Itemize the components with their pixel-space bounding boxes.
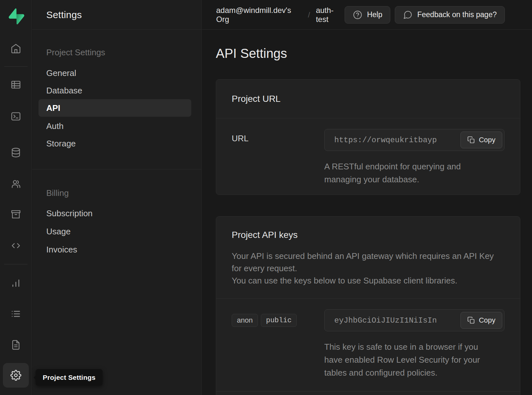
project-url-input-wrap: Copy — [324, 129, 504, 151]
breadcrumb-project[interactable]: auth-test — [316, 6, 345, 24]
reports-chart-icon[interactable] — [8, 275, 24, 291]
sidebar-item-database[interactable]: Database — [39, 82, 191, 99]
logs-list-icon[interactable] — [8, 306, 24, 322]
speech-bubble-icon — [403, 10, 413, 20]
sidebar-title: Settings — [46, 9, 82, 20]
copy-url-button[interactable]: Copy — [460, 132, 502, 148]
table-editor-icon[interactable] — [8, 77, 24, 92]
copy-icon — [467, 136, 475, 144]
breadcrumb-org[interactable]: adam@windmill.dev's Org — [216, 6, 302, 24]
sidebar-item-storage[interactable]: Storage — [39, 135, 191, 152]
auth-users-icon[interactable] — [8, 176, 24, 192]
public-badge: public — [261, 314, 297, 327]
anon-key-input[interactable] — [325, 316, 454, 325]
project-settings-gear-icon[interactable] — [3, 363, 29, 388]
copy-icon — [467, 316, 475, 324]
page-title: API Settings — [216, 46, 287, 61]
breadcrumb-separator: / — [308, 10, 310, 19]
feedback-button[interactable]: Feedback on this page? — [395, 6, 505, 24]
sidebar-item-api[interactable]: API — [39, 99, 191, 117]
sidebar-item-invoices[interactable]: Invoices — [39, 241, 191, 258]
copy-url-label: Copy — [479, 136, 495, 144]
copy-anon-key-button[interactable]: Copy — [460, 312, 502, 329]
url-field-row: URL Copy A RESTful endpoint for querying… — [216, 118, 520, 186]
api-keys-description-2: You can use the keys below to use Supaba… — [232, 274, 497, 287]
functions-code-icon[interactable] — [8, 238, 24, 253]
sidebar-section-divider — [32, 169, 201, 169]
project-url-description: A RESTful endpoint for querying and mana… — [324, 160, 486, 186]
project-url-card-title: Project URL — [232, 94, 281, 104]
sidebar-divider — [4, 66, 28, 67]
feedback-button-label: Feedback on this page? — [417, 10, 497, 19]
project-api-keys-card: Project API keys Your API is secured beh… — [216, 216, 520, 395]
main-header: adam@windmill.dev's Org / auth-test Help… — [202, 0, 532, 30]
project-url-card-header: Project URL — [216, 80, 520, 118]
sidebar-divider — [4, 264, 28, 264]
api-keys-card-title: Project API keys — [232, 230, 504, 240]
docs-file-icon[interactable] — [8, 337, 24, 353]
main-content: adam@windmill.dev's Org / auth-test Help… — [202, 0, 532, 395]
anon-key-row: anon public Copy This key is safe to use… — [216, 299, 520, 379]
sidebar-item-subscription[interactable]: Subscription — [39, 205, 191, 222]
help-button[interactable]: Help — [345, 6, 390, 24]
section-label-billing: Billing — [46, 188, 69, 198]
sql-editor-icon[interactable] — [8, 109, 24, 124]
help-icon — [353, 10, 362, 20]
project-settings-tooltip: Project Settings — [36, 369, 103, 386]
project-url-input[interactable] — [325, 136, 454, 144]
key-row-divider — [216, 391, 520, 392]
section-label-project-settings: Project Settings — [46, 48, 105, 58]
sidebar-item-usage[interactable]: Usage — [39, 223, 191, 240]
anon-key-description: This key is safe to use in a browser if … — [324, 340, 486, 379]
url-field-label: URL — [232, 133, 249, 143]
sidebar-item-general[interactable]: General — [39, 64, 191, 82]
home-icon[interactable] — [8, 41, 24, 56]
project-url-card: Project URL URL Copy A RESTful endpoint … — [216, 79, 520, 195]
anon-badge: anon — [232, 314, 258, 327]
settings-sidebar-header: Settings — [32, 0, 201, 30]
settings-sidebar: Settings Project Settings General Databa… — [32, 0, 202, 395]
database-icon[interactable] — [8, 145, 24, 160]
sidebar-item-auth[interactable]: Auth — [39, 117, 191, 135]
api-keys-card-header: Project API keys Your API is secured beh… — [216, 217, 520, 299]
copy-anon-key-label: Copy — [479, 316, 495, 325]
supabase-logo[interactable] — [9, 8, 24, 25]
help-button-label: Help — [367, 10, 382, 19]
api-keys-description-1: Your API is secured behind an API gatewa… — [232, 250, 497, 274]
storage-archive-icon[interactable] — [8, 207, 24, 222]
tooltip-text: Project Settings — [43, 374, 95, 381]
breadcrumb: adam@windmill.dev's Org / auth-test — [216, 6, 345, 24]
anon-key-input-wrap: Copy — [324, 309, 504, 331]
icon-sidebar — [0, 0, 32, 395]
key-badges: anon public — [232, 314, 324, 327]
